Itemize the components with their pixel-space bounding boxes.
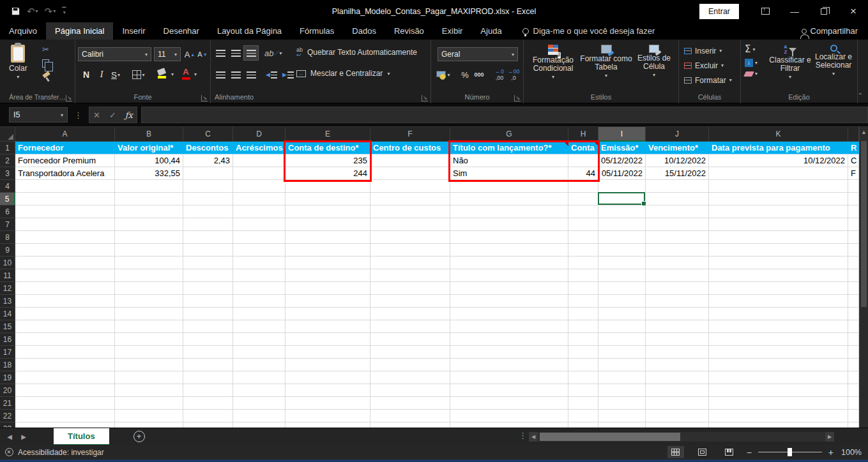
align-left-icon[interactable] <box>213 68 227 82</box>
undo-icon[interactable]: ↶▾ <box>25 6 40 17</box>
sheet-nav-right-icon[interactable]: ▶ <box>19 433 28 440</box>
cell-G8[interactable] <box>450 231 568 244</box>
zoom-percentage[interactable]: 100% <box>834 448 862 457</box>
cell-G13[interactable] <box>450 295 568 308</box>
cell-F19[interactable] <box>370 371 450 384</box>
tab-pagina-inicial[interactable]: Página Inicial <box>46 22 113 40</box>
cell-K9[interactable] <box>709 244 848 257</box>
cell-K8[interactable] <box>709 231 848 244</box>
cell-G23[interactable] <box>450 422 568 428</box>
cell-L16[interactable] <box>848 333 859 346</box>
cell-D4[interactable] <box>233 180 286 193</box>
cell-J16[interactable] <box>646 333 709 346</box>
cell-E19[interactable] <box>286 371 370 384</box>
cell-G3[interactable]: Sim <box>450 167 568 180</box>
cell-E8[interactable] <box>286 231 370 244</box>
row-header-5[interactable]: 5 <box>0 193 15 205</box>
cell-A15[interactable] <box>15 320 115 333</box>
percent-style-icon[interactable]: % <box>458 68 472 82</box>
cell-F12[interactable] <box>370 282 450 295</box>
align-bottom-icon[interactable] <box>244 46 258 60</box>
cell-E21[interactable] <box>286 397 370 410</box>
page-break-view-button[interactable] <box>721 446 738 458</box>
cell-E12[interactable] <box>286 282 370 295</box>
cell-E16[interactable] <box>286 333 370 346</box>
cell-L6[interactable] <box>848 205 859 218</box>
cell-B3[interactable]: 332,55 <box>115 167 183 180</box>
row-header-18[interactable]: 18 <box>0 359 15 371</box>
cell-D19[interactable] <box>233 371 286 384</box>
cell-F17[interactable] <box>370 346 450 359</box>
insert-function-icon[interactable]: ƒx <box>125 110 133 120</box>
cell-C13[interactable] <box>183 295 233 308</box>
cell-F10[interactable] <box>370 257 450 269</box>
cell-H4[interactable] <box>568 180 598 193</box>
font-color-caret[interactable]: ▾ <box>194 71 197 77</box>
normal-view-button[interactable] <box>667 446 684 458</box>
cancel-formula-icon[interactable]: ✕ <box>93 110 100 120</box>
cell-C23[interactable] <box>183 422 233 428</box>
cell-D2[interactable] <box>233 154 286 167</box>
cell-B22[interactable] <box>115 410 183 422</box>
cell-K21[interactable] <box>709 397 848 410</box>
cell-B23[interactable] <box>115 422 183 428</box>
sheet-tab-titulos[interactable]: Títulos <box>54 428 109 445</box>
column-header-H[interactable]: H <box>568 127 598 142</box>
borders-icon[interactable]: ▾ <box>132 68 146 82</box>
decrease-decimal-icon[interactable]: →00,0 <box>506 68 521 82</box>
cell-A22[interactable] <box>15 410 115 422</box>
cell-J4[interactable] <box>646 180 709 193</box>
vertical-scroll-thumb[interactable] <box>861 141 867 307</box>
row-header-1[interactable]: 1 <box>0 142 15 154</box>
cell-G20[interactable] <box>450 384 568 397</box>
cell-B9[interactable] <box>115 244 183 257</box>
scroll-left-icon[interactable]: ◀ <box>529 432 538 442</box>
cell-A14[interactable] <box>15 308 115 320</box>
cell-A12[interactable] <box>15 282 115 295</box>
fill-button[interactable]: ↓▾ <box>745 59 758 67</box>
cell-G17[interactable] <box>450 346 568 359</box>
align-right-icon[interactable] <box>244 68 258 82</box>
row-header-9[interactable]: 9 <box>0 244 15 257</box>
cell-D22[interactable] <box>233 410 286 422</box>
cell-C19[interactable] <box>183 371 233 384</box>
cell-L5[interactable] <box>848 193 859 205</box>
cell-K3[interactable] <box>709 167 848 180</box>
cell-G2[interactable]: Não <box>450 154 568 167</box>
cell-K15[interactable] <box>709 320 848 333</box>
cell-D12[interactable] <box>233 282 286 295</box>
cell-K12[interactable] <box>709 282 848 295</box>
cell-K22[interactable] <box>709 410 848 422</box>
cell-A2[interactable]: Fornecedor Premium <box>15 154 115 167</box>
cell-E17[interactable] <box>286 346 370 359</box>
cell-L7[interactable] <box>848 218 859 231</box>
cell-F11[interactable] <box>370 269 450 282</box>
cell-F21[interactable] <box>370 397 450 410</box>
cell-F2[interactable] <box>370 154 450 167</box>
zoom-out-icon[interactable]: − <box>747 447 752 458</box>
cell-L21[interactable] <box>848 397 859 410</box>
cell-C10[interactable] <box>183 257 233 269</box>
cell-B17[interactable] <box>115 346 183 359</box>
cell-C12[interactable] <box>183 282 233 295</box>
cell-I1[interactable]: Emissão* <box>598 142 646 154</box>
row-header-15[interactable]: 15 <box>0 320 15 333</box>
tab-exibir[interactable]: Exibir <box>433 22 472 40</box>
row-header-19[interactable]: 19 <box>0 371 15 384</box>
name-box[interactable]: I5▾ <box>9 107 68 123</box>
vertical-scrollbar[interactable]: ▲ <box>859 127 868 428</box>
cell-B21[interactable] <box>115 397 183 410</box>
cell-D21[interactable] <box>233 397 286 410</box>
row-header-14[interactable]: 14 <box>0 308 15 320</box>
cell-I15[interactable] <box>598 320 646 333</box>
cell-L10[interactable] <box>848 257 859 269</box>
cell-F23[interactable] <box>370 422 450 428</box>
column-header-A[interactable]: A <box>15 127 115 142</box>
formula-input[interactable] <box>141 107 868 123</box>
cell-B8[interactable] <box>115 231 183 244</box>
cell-D15[interactable] <box>233 320 286 333</box>
column-header-B[interactable]: B <box>115 127 183 142</box>
row-header-12[interactable]: 12 <box>0 282 15 295</box>
cell-A8[interactable] <box>15 231 115 244</box>
cell-C6[interactable] <box>183 205 233 218</box>
